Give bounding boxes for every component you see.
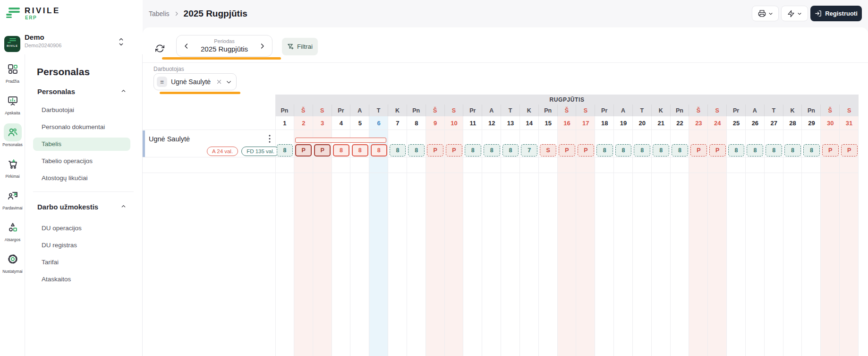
timesheet-cell-day-8[interactable]: 8 bbox=[408, 144, 425, 156]
day-number: 18 bbox=[595, 116, 614, 130]
timesheet-cell-day-4[interactable]: 8 bbox=[333, 144, 349, 156]
timesheet-cell-day-20[interactable]: 8 bbox=[634, 144, 650, 156]
menu-logo-icon[interactable] bbox=[6, 7, 20, 19]
period-label: Periodas bbox=[177, 38, 272, 44]
sidebar-item-atostogu-likuciai[interactable]: Atostogų likučiai bbox=[25, 170, 142, 187]
chevron-right-icon bbox=[174, 11, 179, 17]
weekday-label: Pn bbox=[539, 104, 558, 116]
timesheet-cell-day-24[interactable]: P bbox=[709, 144, 726, 156]
weekday-label: S bbox=[576, 104, 595, 116]
timesheet-cell-day-18[interactable]: 8 bbox=[596, 144, 613, 156]
chevron-up-icon bbox=[121, 88, 126, 94]
sidebar-item-atsargos[interactable]: Atsargos bbox=[0, 216, 25, 248]
timesheet-cell-day-27[interactable]: 8 bbox=[766, 144, 782, 156]
weekday-label: Š bbox=[294, 104, 313, 116]
chevron-up-icon bbox=[121, 204, 126, 209]
day-number: 12 bbox=[482, 116, 501, 130]
timesheet-cell-day-14[interactable]: 7 bbox=[521, 144, 537, 156]
timesheet-cell-day-31[interactable]: P bbox=[841, 144, 858, 156]
clear-filter-icon[interactable] bbox=[216, 79, 222, 85]
toolbar-divider bbox=[143, 62, 868, 63]
timesheet-cell-day-22[interactable]: 8 bbox=[672, 144, 688, 156]
timesheet-cell-day-23[interactable]: P bbox=[690, 144, 707, 156]
day-number: 2 bbox=[294, 116, 313, 130]
sidebar-item-ataskaitos[interactable]: Ataskaitos bbox=[25, 271, 142, 288]
timesheet-cell-day-25[interactable]: 8 bbox=[728, 144, 745, 156]
timesheet-cell-day-9[interactable]: P bbox=[427, 144, 443, 156]
weekday-label: Pr bbox=[727, 104, 746, 116]
weekday-label: K bbox=[652, 104, 671, 116]
period-value[interactable]: 2025 Rugpjūtis bbox=[177, 45, 272, 53]
timesheet-cell-day-13[interactable]: 8 bbox=[502, 144, 519, 156]
sidebar-item-tabelis[interactable]: Tabelis bbox=[25, 136, 142, 153]
timesheet-cell-day-6[interactable]: 8 bbox=[371, 144, 387, 156]
day-number: 6 bbox=[369, 116, 388, 130]
timesheet-cell-day-28[interactable]: 8 bbox=[784, 144, 801, 156]
sidebar-item-tabelio-operacijos[interactable]: Tabelio operacijos bbox=[25, 153, 142, 170]
sidebar-item-nustatymai[interactable]: Nustatymai bbox=[0, 248, 25, 279]
timesheet-cell-day-3[interactable]: P bbox=[314, 144, 331, 156]
equals-handle-icon[interactable]: = bbox=[157, 77, 167, 87]
day-number: 19 bbox=[614, 116, 633, 130]
day-number: 5 bbox=[350, 116, 369, 130]
timesheet-cell-day-29[interactable]: 8 bbox=[803, 144, 820, 156]
workspace-switcher-button[interactable] bbox=[118, 38, 124, 46]
sidebar-item-pirkimai[interactable]: Pirkimai bbox=[0, 153, 25, 184]
timesheet-cell-day-16[interactable]: P bbox=[559, 144, 575, 156]
weekday-label: K bbox=[520, 104, 539, 116]
timesheet-cell-day-2[interactable]: P bbox=[295, 144, 312, 156]
sidebar-item-darbuotojai[interactable]: Darbuotojai bbox=[25, 102, 142, 119]
workspace-avatar: RIVILE bbox=[4, 36, 20, 52]
day-number: 11 bbox=[463, 116, 482, 130]
print-button[interactable] bbox=[752, 6, 779, 21]
sidebar-item-personalo-dokumentai[interactable]: Personalo dokumentai bbox=[25, 119, 142, 136]
timesheet-cell-day-1[interactable]: 8 bbox=[277, 144, 293, 156]
sidebar-item-pradzia[interactable]: Pradžia bbox=[0, 58, 25, 89]
timesheet-cell-day-11[interactable]: 8 bbox=[465, 144, 481, 156]
timesheet-cell-day-7[interactable]: 8 bbox=[390, 144, 406, 156]
absence-hours-badge[interactable]: A 24 val. bbox=[207, 147, 238, 156]
worked-hours-badge[interactable]: FD 135 val. bbox=[241, 147, 280, 156]
breadcrumb-parent[interactable]: Tabelis bbox=[149, 10, 170, 17]
timesheet-cell-day-30[interactable]: P bbox=[822, 144, 839, 156]
weekday-label: Pn bbox=[275, 104, 294, 116]
sidebar-item-tarifai[interactable]: Tarifai bbox=[25, 254, 142, 271]
timesheet-cell-day-17[interactable]: P bbox=[578, 144, 594, 156]
timesheet-cell-day-5[interactable]: 8 bbox=[352, 144, 368, 156]
timesheet-cell-day-21[interactable]: 8 bbox=[653, 144, 669, 156]
filters-button[interactable]: Filtrai bbox=[282, 38, 318, 55]
day-number: 13 bbox=[501, 116, 520, 130]
refresh-button[interactable] bbox=[151, 40, 168, 57]
day-number: 9 bbox=[426, 116, 445, 130]
row-menu-button[interactable] bbox=[265, 134, 274, 143]
app-header: RIVILE ERP RIVILE Demo Demo20240906 bbox=[0, 0, 143, 54]
sidebar-item-apskaita[interactable]: Apskaita bbox=[0, 89, 25, 121]
employee-name[interactable]: Ugnė Saulytė bbox=[149, 135, 190, 143]
sidebar-divider bbox=[33, 191, 134, 192]
chevron-down-icon[interactable] bbox=[226, 79, 232, 85]
day-number: 15 bbox=[539, 116, 558, 130]
timesheet-cell-day-15[interactable]: S bbox=[540, 144, 556, 156]
chevron-down-icon bbox=[797, 11, 802, 16]
section-personalas[interactable]: Personalas bbox=[25, 87, 142, 96]
weekday-label: Pr bbox=[595, 104, 614, 116]
weekday-label: T bbox=[633, 104, 652, 116]
section-darbo-uzmokestis[interactable]: Darbo užmokestis bbox=[25, 203, 142, 211]
selected-range-bar[interactable] bbox=[295, 138, 386, 143]
brand-name: RIVILE bbox=[25, 6, 60, 16]
sidebar-item-personalas[interactable]: Personalas bbox=[0, 121, 25, 153]
timesheet-cell-day-12[interactable]: 8 bbox=[484, 144, 500, 156]
sidebar-item-du-registras[interactable]: DU registras bbox=[25, 237, 142, 254]
timesheet-cell-day-26[interactable]: 8 bbox=[747, 144, 763, 156]
period-next-button[interactable] bbox=[259, 43, 266, 50]
sidebar-item-du-operacijos[interactable]: DU operacijos bbox=[25, 220, 142, 237]
employee-filter-chip[interactable]: = Ugnė Saulytė bbox=[153, 73, 237, 90]
register-button[interactable]: Registruoti bbox=[810, 6, 862, 21]
chevron-down-icon bbox=[768, 11, 773, 16]
quick-actions-button[interactable] bbox=[781, 6, 808, 21]
employee-filter-label: Darbuotojas bbox=[153, 66, 184, 72]
timesheet-cell-day-19[interactable]: 8 bbox=[615, 144, 632, 156]
sidebar-item-pardavimai[interactable]: Pardavimai bbox=[0, 184, 25, 216]
timesheet-cell-day-10[interactable]: P bbox=[446, 144, 462, 156]
weekday-label: A bbox=[350, 104, 369, 116]
